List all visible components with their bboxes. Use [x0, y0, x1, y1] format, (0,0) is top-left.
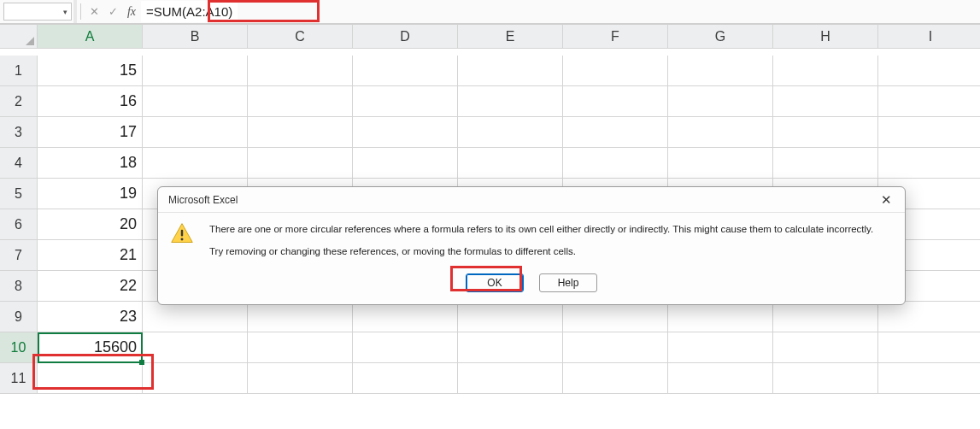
cell-A1[interactable]: 15 — [38, 56, 143, 86]
cell-A7[interactable]: 21 — [38, 240, 143, 271]
cell-I10[interactable] — [878, 332, 980, 363]
cell-F11[interactable] — [563, 363, 668, 394]
cell-B1[interactable] — [143, 56, 248, 86]
select-all-corner[interactable] — [0, 25, 38, 49]
row-header-10[interactable]: 10 — [0, 332, 38, 363]
cell-E3[interactable] — [458, 117, 563, 148]
cell-C10[interactable] — [248, 332, 353, 363]
cell-B3[interactable] — [143, 117, 248, 148]
row-header-7[interactable]: 7 — [0, 240, 38, 271]
ok-button[interactable]: OK — [466, 273, 524, 292]
cell-D1[interactable] — [353, 56, 458, 86]
cell-A8[interactable]: 22 — [38, 271, 143, 302]
cell-I2[interactable] — [878, 86, 980, 117]
cell-C9[interactable] — [248, 302, 353, 332]
cell-B10[interactable] — [143, 332, 248, 363]
cell-D2[interactable] — [353, 86, 458, 117]
column-header-C[interactable]: C — [248, 25, 353, 49]
column-header-H[interactable]: H — [773, 25, 878, 49]
row-header-4[interactable]: 4 — [0, 148, 38, 179]
insert-function-button[interactable]: fx — [122, 0, 141, 23]
cell-E10[interactable] — [458, 332, 563, 363]
cell-H9[interactable] — [773, 302, 878, 332]
cell-A3[interactable]: 17 — [38, 117, 143, 148]
row-header-2[interactable]: 2 — [0, 86, 38, 117]
divider — [80, 3, 81, 20]
cell-A6[interactable]: 20 — [38, 209, 143, 240]
row-header-11[interactable]: 11 — [0, 363, 38, 394]
cell-H11[interactable] — [773, 363, 878, 394]
cell-E1[interactable] — [458, 56, 563, 86]
row-header-9[interactable]: 9 — [0, 302, 38, 332]
cell-H2[interactable] — [773, 86, 878, 117]
cell-G10[interactable] — [668, 332, 773, 363]
cell-D9[interactable] — [353, 302, 458, 332]
cell-C4[interactable] — [248, 148, 353, 179]
cell-B11[interactable] — [143, 363, 248, 394]
name-box-dropdown-icon[interactable]: ▾ — [63, 8, 67, 16]
row-header-5[interactable]: 5 — [0, 179, 38, 209]
cell-G11[interactable] — [668, 363, 773, 394]
cell-F2[interactable] — [563, 86, 668, 117]
cell-A2[interactable]: 16 — [38, 86, 143, 117]
column-header-I[interactable]: I — [878, 25, 980, 49]
cell-G1[interactable] — [668, 56, 773, 86]
cell-H4[interactable] — [773, 148, 878, 179]
cancel-formula-button[interactable]: ✕ — [85, 0, 103, 23]
row-header-6[interactable]: 6 — [0, 209, 38, 240]
cell-H3[interactable] — [773, 117, 878, 148]
cell-H10[interactable] — [773, 332, 878, 363]
confirm-formula-button[interactable]: ✓ — [103, 0, 122, 23]
dialog-titlebar[interactable]: Microsoft Excel ✕ — [158, 187, 905, 213]
cell-E11[interactable] — [458, 363, 563, 394]
cell-E2[interactable] — [458, 86, 563, 117]
x-icon: ✕ — [90, 5, 99, 18]
help-button[interactable]: Help — [539, 273, 597, 292]
column-header-G[interactable]: G — [668, 25, 773, 49]
dialog-close-button[interactable]: ✕ — [874, 191, 898, 209]
cell-E9[interactable] — [458, 302, 563, 332]
formula-input[interactable]: =SUM(A2:A10) — [141, 1, 238, 22]
column-header-D[interactable]: D — [353, 25, 458, 49]
cell-F4[interactable] — [563, 148, 668, 179]
cell-F10[interactable] — [563, 332, 668, 363]
column-header-B[interactable]: B — [143, 25, 248, 49]
cell-I3[interactable] — [878, 117, 980, 148]
cell-C3[interactable] — [248, 117, 353, 148]
row-header-1[interactable]: 1 — [0, 56, 38, 86]
cell-G4[interactable] — [668, 148, 773, 179]
column-header-E[interactable]: E — [458, 25, 563, 49]
cell-D11[interactable] — [353, 363, 458, 394]
cell-F3[interactable] — [563, 117, 668, 148]
cell-H1[interactable] — [773, 56, 878, 86]
cell-A10[interactable]: 15600 — [38, 332, 143, 363]
cell-D3[interactable] — [353, 117, 458, 148]
cell-F9[interactable] — [563, 302, 668, 332]
cell-B2[interactable] — [143, 86, 248, 117]
cell-D10[interactable] — [353, 332, 458, 363]
cell-F1[interactable] — [563, 56, 668, 86]
row-header-3[interactable]: 3 — [0, 117, 38, 148]
cell-I4[interactable] — [878, 148, 980, 179]
cell-E4[interactable] — [458, 148, 563, 179]
cell-I11[interactable] — [878, 363, 980, 394]
row-header-8[interactable]: 8 — [0, 271, 38, 302]
cell-I9[interactable] — [878, 302, 980, 332]
cell-A4[interactable]: 18 — [38, 148, 143, 179]
cell-G2[interactable] — [668, 86, 773, 117]
cell-A9[interactable]: 23 — [38, 302, 143, 332]
cell-G3[interactable] — [668, 117, 773, 148]
name-box[interactable]: ▾ — [3, 3, 72, 21]
cell-G9[interactable] — [668, 302, 773, 332]
cell-A5[interactable]: 19 — [38, 179, 143, 209]
cell-C11[interactable] — [248, 363, 353, 394]
column-header-A[interactable]: A — [38, 25, 143, 49]
column-header-F[interactable]: F — [563, 25, 668, 49]
cell-C1[interactable] — [248, 56, 353, 86]
cell-A11[interactable] — [38, 363, 143, 394]
cell-B9[interactable] — [143, 302, 248, 332]
cell-D4[interactable] — [353, 148, 458, 179]
cell-B4[interactable] — [143, 148, 248, 179]
cell-C2[interactable] — [248, 86, 353, 117]
cell-I1[interactable] — [878, 56, 980, 86]
